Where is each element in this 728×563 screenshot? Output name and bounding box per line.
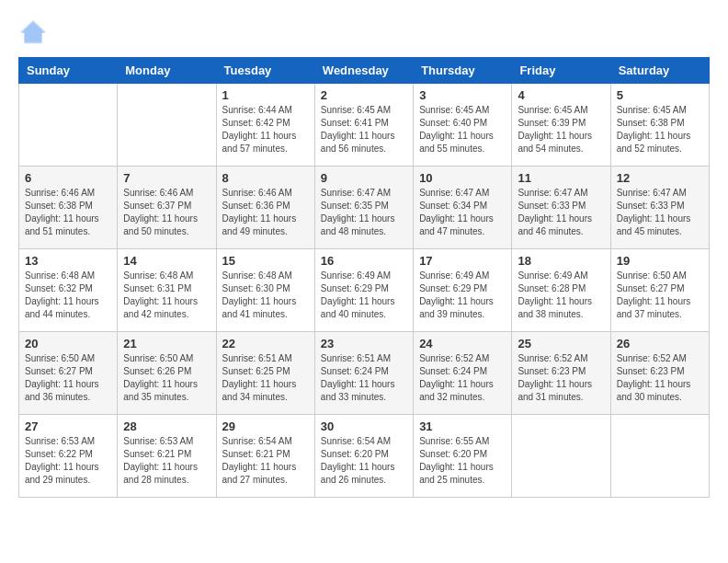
day-info: Sunrise: 6:45 AM Sunset: 6:38 PM Dayligh… <box>617 104 703 155</box>
day-info: Sunrise: 6:46 AM Sunset: 6:38 PM Dayligh… <box>25 187 111 238</box>
day-number: 11 <box>518 171 604 185</box>
day-number: 18 <box>518 254 604 268</box>
calendar-cell: 24Sunrise: 6:52 AM Sunset: 6:24 PM Dayli… <box>414 332 512 415</box>
calendar-cell: 3Sunrise: 6:45 AM Sunset: 6:40 PM Daylig… <box>414 84 512 167</box>
calendar-cell: 21Sunrise: 6:50 AM Sunset: 6:26 PM Dayli… <box>118 332 216 415</box>
day-number: 1 <box>222 88 309 102</box>
day-info: Sunrise: 6:49 AM Sunset: 6:29 PM Dayligh… <box>321 270 407 321</box>
calendar-cell: 27Sunrise: 6:53 AM Sunset: 6:22 PM Dayli… <box>19 415 118 498</box>
day-number: 14 <box>123 254 210 268</box>
day-info: Sunrise: 6:47 AM Sunset: 6:34 PM Dayligh… <box>419 187 506 238</box>
calendar-week-row: 6Sunrise: 6:46 AM Sunset: 6:38 PM Daylig… <box>19 167 710 249</box>
calendar-cell: 17Sunrise: 6:49 AM Sunset: 6:29 PM Dayli… <box>414 249 512 332</box>
day-info: Sunrise: 6:48 AM Sunset: 6:31 PM Dayligh… <box>123 270 210 321</box>
day-number: 19 <box>617 254 703 268</box>
calendar-header-row: SundayMondayTuesdayWednesdayThursdayFrid… <box>19 58 710 84</box>
day-info: Sunrise: 6:44 AM Sunset: 6:42 PM Dayligh… <box>222 104 309 155</box>
day-info: Sunrise: 6:49 AM Sunset: 6:29 PM Dayligh… <box>419 270 506 321</box>
day-number: 22 <box>222 337 309 350</box>
day-info: Sunrise: 6:48 AM Sunset: 6:30 PM Dayligh… <box>222 270 309 321</box>
calendar-week-row: 27Sunrise: 6:53 AM Sunset: 6:22 PM Dayli… <box>19 415 710 498</box>
day-number: 15 <box>222 254 309 268</box>
day-info: Sunrise: 6:47 AM Sunset: 6:33 PM Dayligh… <box>617 187 703 238</box>
day-info: Sunrise: 6:48 AM Sunset: 6:32 PM Dayligh… <box>25 270 111 321</box>
calendar-cell: 9Sunrise: 6:47 AM Sunset: 6:35 PM Daylig… <box>314 167 413 249</box>
day-of-week-header: Wednesday <box>314 58 413 84</box>
day-number: 9 <box>321 171 407 185</box>
day-info: Sunrise: 6:46 AM Sunset: 6:36 PM Dayligh… <box>222 187 309 238</box>
calendar-cell: 29Sunrise: 6:54 AM Sunset: 6:21 PM Dayli… <box>216 415 314 498</box>
day-info: Sunrise: 6:54 AM Sunset: 6:20 PM Dayligh… <box>321 435 407 487</box>
calendar-cell: 1Sunrise: 6:44 AM Sunset: 6:42 PM Daylig… <box>216 84 314 167</box>
calendar-cell: 2Sunrise: 6:45 AM Sunset: 6:41 PM Daylig… <box>314 84 413 167</box>
day-info: Sunrise: 6:52 AM Sunset: 6:23 PM Dayligh… <box>617 352 703 404</box>
logo <box>18 18 51 48</box>
day-of-week-header: Monday <box>118 58 216 84</box>
day-number: 6 <box>25 171 111 185</box>
day-number: 26 <box>617 337 703 350</box>
day-info: Sunrise: 6:46 AM Sunset: 6:37 PM Dayligh… <box>123 187 210 238</box>
day-number: 29 <box>222 419 309 433</box>
calendar-cell: 12Sunrise: 6:47 AM Sunset: 6:33 PM Dayli… <box>610 167 709 249</box>
day-info: Sunrise: 6:50 AM Sunset: 6:27 PM Dayligh… <box>617 270 703 321</box>
calendar-cell: 23Sunrise: 6:51 AM Sunset: 6:24 PM Dayli… <box>314 332 413 415</box>
day-number: 10 <box>419 171 506 185</box>
day-info: Sunrise: 6:51 AM Sunset: 6:24 PM Dayligh… <box>321 352 407 404</box>
calendar-cell: 15Sunrise: 6:48 AM Sunset: 6:30 PM Dayli… <box>216 249 314 332</box>
calendar-cell: 18Sunrise: 6:49 AM Sunset: 6:28 PM Dayli… <box>512 249 610 332</box>
calendar-cell: 31Sunrise: 6:55 AM Sunset: 6:20 PM Dayli… <box>414 415 512 498</box>
calendar-cell: 14Sunrise: 6:48 AM Sunset: 6:31 PM Dayli… <box>118 249 216 332</box>
logo-icon <box>18 18 48 48</box>
calendar-cell: 4Sunrise: 6:45 AM Sunset: 6:39 PM Daylig… <box>512 84 610 167</box>
day-info: Sunrise: 6:53 AM Sunset: 6:21 PM Dayligh… <box>123 435 210 487</box>
day-number: 27 <box>25 419 111 433</box>
day-of-week-header: Saturday <box>610 58 709 84</box>
day-number: 17 <box>419 254 506 268</box>
calendar-cell <box>610 415 709 498</box>
day-number: 21 <box>123 337 210 350</box>
day-number: 4 <box>518 88 604 102</box>
day-number: 12 <box>617 171 703 185</box>
day-number: 3 <box>419 88 506 102</box>
day-info: Sunrise: 6:50 AM Sunset: 6:27 PM Dayligh… <box>25 352 111 404</box>
day-of-week-header: Tuesday <box>216 58 314 84</box>
day-info: Sunrise: 6:55 AM Sunset: 6:20 PM Dayligh… <box>419 435 506 487</box>
day-number: 30 <box>321 419 407 433</box>
day-info: Sunrise: 6:52 AM Sunset: 6:24 PM Dayligh… <box>419 352 506 404</box>
calendar-cell <box>118 84 216 167</box>
calendar-cell: 25Sunrise: 6:52 AM Sunset: 6:23 PM Dayli… <box>512 332 610 415</box>
calendar-cell: 28Sunrise: 6:53 AM Sunset: 6:21 PM Dayli… <box>118 415 216 498</box>
calendar-cell: 26Sunrise: 6:52 AM Sunset: 6:23 PM Dayli… <box>610 332 709 415</box>
day-info: Sunrise: 6:47 AM Sunset: 6:35 PM Dayligh… <box>321 187 407 238</box>
day-number: 24 <box>419 337 506 350</box>
calendar-cell: 20Sunrise: 6:50 AM Sunset: 6:27 PM Dayli… <box>19 332 118 415</box>
calendar-cell <box>512 415 610 498</box>
day-number: 2 <box>321 88 407 102</box>
day-number: 8 <box>222 171 309 185</box>
calendar-cell: 11Sunrise: 6:47 AM Sunset: 6:33 PM Dayli… <box>512 167 610 249</box>
day-info: Sunrise: 6:51 AM Sunset: 6:25 PM Dayligh… <box>222 352 309 404</box>
day-of-week-header: Friday <box>512 58 610 84</box>
page-header <box>18 18 710 48</box>
calendar-cell: 6Sunrise: 6:46 AM Sunset: 6:38 PM Daylig… <box>19 167 118 249</box>
day-number: 23 <box>321 337 407 350</box>
day-info: Sunrise: 6:45 AM Sunset: 6:41 PM Dayligh… <box>321 104 407 155</box>
day-number: 5 <box>617 88 703 102</box>
calendar-cell: 30Sunrise: 6:54 AM Sunset: 6:20 PM Dayli… <box>314 415 413 498</box>
calendar-cell <box>19 84 118 167</box>
day-info: Sunrise: 6:45 AM Sunset: 6:40 PM Dayligh… <box>419 104 506 155</box>
day-info: Sunrise: 6:52 AM Sunset: 6:23 PM Dayligh… <box>518 352 604 404</box>
day-info: Sunrise: 6:47 AM Sunset: 6:33 PM Dayligh… <box>518 187 604 238</box>
day-info: Sunrise: 6:54 AM Sunset: 6:21 PM Dayligh… <box>222 435 309 487</box>
day-number: 28 <box>123 419 210 433</box>
day-number: 16 <box>321 254 407 268</box>
day-number: 20 <box>25 337 111 350</box>
calendar-week-row: 20Sunrise: 6:50 AM Sunset: 6:27 PM Dayli… <box>19 332 710 415</box>
day-of-week-header: Thursday <box>414 58 512 84</box>
calendar-cell: 13Sunrise: 6:48 AM Sunset: 6:32 PM Dayli… <box>19 249 118 332</box>
day-info: Sunrise: 6:45 AM Sunset: 6:39 PM Dayligh… <box>518 104 604 155</box>
day-info: Sunrise: 6:50 AM Sunset: 6:26 PM Dayligh… <box>123 352 210 404</box>
day-info: Sunrise: 6:49 AM Sunset: 6:28 PM Dayligh… <box>518 270 604 321</box>
calendar-week-row: 13Sunrise: 6:48 AM Sunset: 6:32 PM Dayli… <box>19 249 710 332</box>
day-number: 7 <box>123 171 210 185</box>
